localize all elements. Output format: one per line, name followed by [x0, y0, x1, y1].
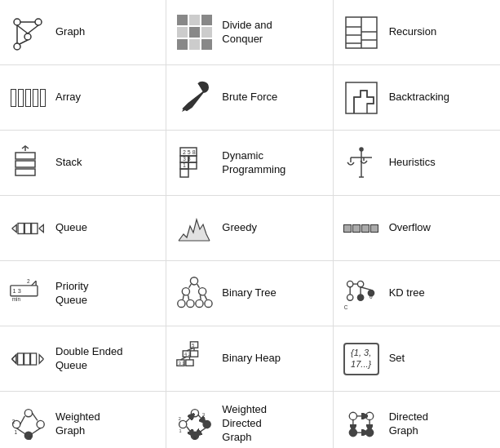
svg-line-58 [205, 295, 207, 299]
svg-rect-70 [18, 353, 24, 364]
recursion-label: Recursion [389, 25, 437, 39]
set-icon: {1, 3,17...} [340, 338, 383, 380]
svg-point-97 [192, 409, 199, 416]
cell-greedy: Greedy [166, 196, 333, 261]
directed-graph-icon [340, 403, 383, 446]
svg-point-86 [24, 409, 32, 416]
svg-point-3 [14, 43, 20, 50]
cell-overflow: Overflow [334, 196, 500, 261]
svg-text:1 3: 1 3 [13, 287, 21, 295]
svg-rect-25 [188, 162, 197, 169]
svg-text:3: 3 [202, 411, 205, 416]
queue-icon [7, 207, 49, 250]
directed-graph-label: DirectedGraph [389, 410, 428, 438]
svg-rect-26 [180, 169, 188, 177]
overflow-label: Overflow [389, 221, 431, 235]
set-label: Set [389, 352, 405, 366]
svg-text:5: 5 [192, 343, 195, 348]
svg-line-89 [20, 415, 25, 424]
weighted-directed-graph-icon: 2 3 1 3 [173, 403, 215, 446]
svg-line-8 [20, 40, 28, 44]
svg-point-50 [187, 299, 194, 307]
svg-text:1: 1 [179, 428, 182, 433]
svg-point-51 [196, 299, 203, 307]
cell-divide-conquer: Divide andConquer [166, 0, 333, 65]
backtracking-label: Backtracking [389, 91, 449, 104]
svg-line-102 [198, 428, 206, 432]
weighted-directed-graph-label: WeightedDirectedGraph [222, 403, 267, 445]
binary-tree-label: Binary Tree [222, 286, 276, 300]
svg-text:1: 1 [14, 428, 17, 434]
cell-priority-queue: 1 3 min 2 PriorityQueue [0, 261, 166, 326]
svg-text:2: 2 [27, 278, 30, 284]
svg-line-44 [32, 281, 37, 286]
svg-rect-19 [15, 153, 35, 159]
svg-point-111 [365, 428, 373, 436]
svg-line-90 [33, 413, 38, 420]
svg-rect-75 [191, 350, 198, 356]
svg-point-46 [191, 277, 198, 284]
deq-label: Double EndedQueue [55, 345, 122, 373]
svg-rect-16 [346, 82, 377, 113]
svg-point-87 [37, 420, 44, 428]
cell-queue: Queue [0, 196, 166, 261]
svg-line-4 [17, 25, 28, 33]
cell-binary-tree: Binary Tree [166, 261, 333, 326]
weighted-graph-icon: 2 1 3 [7, 403, 49, 446]
svg-rect-38 [32, 223, 38, 233]
queue-label: Queue [55, 221, 87, 235]
svg-line-5 [28, 25, 38, 33]
svg-point-98 [203, 420, 210, 428]
backtracking-icon [340, 77, 383, 119]
svg-line-65 [361, 286, 371, 290]
greedy-label: Greedy [222, 221, 257, 235]
svg-line-92 [16, 428, 25, 433]
priority-queue-label: PriorityQueue [55, 280, 88, 308]
svg-point-59 [347, 281, 352, 286]
svg-line-54 [197, 284, 200, 288]
priority-queue-icon: 1 3 min 2 [7, 273, 49, 315]
svg-line-57 [201, 295, 201, 299]
graph-label: Graph [55, 25, 85, 39]
svg-rect-18 [15, 161, 35, 167]
svg-text:0: 0 [369, 294, 373, 299]
dynamic-programming-icon: 2 5 8 3 3 1 [173, 142, 215, 184]
svg-rect-77 [186, 359, 193, 365]
svg-line-53 [189, 284, 192, 288]
svg-text:1: 1 [183, 162, 186, 168]
cell-set: {1, 3,17...} Set [334, 326, 500, 392]
binary-tree-icon [173, 273, 215, 315]
svg-text:3: 3 [29, 435, 32, 441]
kd-tree-icon: 0 C [340, 273, 383, 315]
cell-graph: Graph [0, 0, 166, 65]
svg-line-103 [187, 426, 192, 432]
svg-text:C: C [343, 304, 347, 310]
cell-weighted-graph: 2 1 3 WeightedGraph [0, 392, 166, 448]
cell-deq: Double EndedQueue [0, 326, 166, 392]
heuristics-label: Heuristics [389, 156, 436, 170]
svg-text:3 3: 3 3 [183, 156, 191, 162]
binary-heap-icon: 5 4 2 3 1 [173, 338, 215, 380]
svg-rect-71 [24, 353, 30, 364]
weighted-graph-label: WeightedGraph [55, 410, 100, 438]
binary-heap-label: Binary Heap [222, 352, 281, 366]
greedy-icon [173, 207, 215, 250]
cell-dynamic-programming: 2 5 8 3 3 1 DynamicProgramming [166, 131, 333, 196]
svg-point-109 [365, 412, 373, 419]
brute-force-icon [173, 77, 215, 119]
divide-conquer-icon [173, 11, 215, 54]
svg-rect-36 [18, 223, 24, 233]
cell-weighted-directed-graph: 2 3 1 3 WeightedDirectedGraph [166, 392, 333, 448]
overflow-icon [340, 207, 383, 250]
svg-rect-72 [31, 353, 37, 364]
cell-recursion: Recursion [334, 0, 500, 65]
svg-point-60 [357, 281, 363, 286]
svg-text:2: 2 [179, 416, 181, 421]
cell-backtracking: Backtracking [334, 65, 500, 131]
dynamic-programming-label: DynamicProgramming [222, 149, 285, 177]
stack-label: Stack [55, 156, 82, 170]
divide-conquer-label: Divide andConquer [222, 19, 272, 47]
recursion-icon [340, 11, 383, 54]
cell-heuristics: Heuristics [334, 131, 500, 196]
cell-brute-force: Brute Force [166, 65, 333, 131]
